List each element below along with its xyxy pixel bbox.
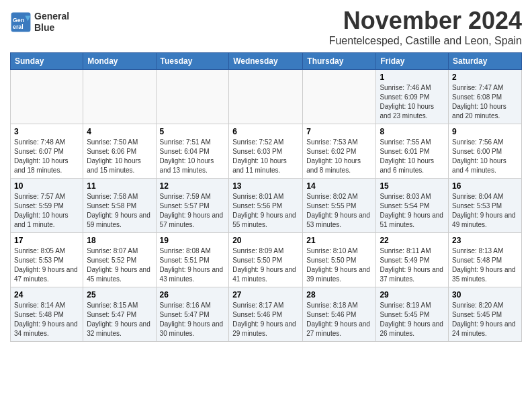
day-number: 13	[232, 181, 299, 191]
day-number: 25	[87, 290, 152, 300]
calendar-cell: 5Sunrise: 7:51 AM Sunset: 6:04 PM Daylig…	[156, 124, 229, 179]
day-number: 6	[232, 127, 299, 136]
calendar-cell	[229, 70, 303, 124]
day-info: Sunrise: 8:17 AM Sunset: 5:46 PM Dayligh…	[232, 301, 299, 338]
day-number: 11	[87, 181, 152, 191]
day-number: 19	[160, 236, 226, 245]
day-number: 20	[232, 236, 299, 245]
day-info: Sunrise: 8:18 AM Sunset: 5:46 PM Dayligh…	[306, 301, 372, 338]
calendar-cell: 10Sunrise: 7:57 AM Sunset: 5:59 PM Dayli…	[11, 179, 83, 233]
calendar-cell: 11Sunrise: 7:58 AM Sunset: 5:58 PM Dayli…	[83, 179, 156, 233]
weekday-header: Thursday	[303, 53, 376, 70]
svg-text:Gen: Gen	[13, 17, 24, 24]
calendar-cell	[11, 70, 83, 124]
calendar-cell: 25Sunrise: 8:15 AM Sunset: 5:47 PM Dayli…	[83, 287, 156, 342]
day-number: 23	[452, 236, 518, 245]
calendar-week-row: 3Sunrise: 7:48 AM Sunset: 6:07 PM Daylig…	[11, 124, 522, 179]
day-number: 21	[306, 236, 372, 245]
day-info: Sunrise: 7:51 AM Sunset: 6:04 PM Dayligh…	[160, 138, 226, 175]
day-info: Sunrise: 7:56 AM Sunset: 6:00 PM Dayligh…	[452, 138, 518, 175]
day-number: 17	[14, 236, 79, 245]
day-info: Sunrise: 8:19 AM Sunset: 5:45 PM Dayligh…	[380, 301, 445, 338]
day-info: Sunrise: 8:03 AM Sunset: 5:54 PM Dayligh…	[380, 192, 445, 230]
day-info: Sunrise: 8:04 AM Sunset: 5:53 PM Dayligh…	[452, 192, 518, 230]
weekday-header: Sunday	[11, 53, 83, 70]
day-info: Sunrise: 7:48 AM Sunset: 6:07 PM Dayligh…	[14, 138, 79, 175]
day-info: Sunrise: 7:50 AM Sunset: 6:06 PM Dayligh…	[87, 138, 152, 175]
calendar-week-row: 10Sunrise: 7:57 AM Sunset: 5:59 PM Dayli…	[11, 179, 522, 233]
calendar-cell: 15Sunrise: 8:03 AM Sunset: 5:54 PM Dayli…	[376, 179, 449, 233]
day-number: 30	[452, 290, 518, 300]
day-number: 16	[452, 181, 518, 191]
calendar-cell: 13Sunrise: 8:01 AM Sunset: 5:56 PM Dayli…	[229, 179, 303, 233]
day-number: 9	[452, 127, 518, 136]
calendar-cell: 8Sunrise: 7:55 AM Sunset: 6:01 PM Daylig…	[376, 124, 449, 179]
calendar-cell: 6Sunrise: 7:52 AM Sunset: 6:03 PM Daylig…	[229, 124, 303, 179]
day-number: 4	[87, 127, 152, 136]
month-title: November 2024	[329, 7, 522, 35]
day-number: 12	[160, 181, 226, 191]
page-header: Gen eral General Blue November 2024 Fuen…	[10, 7, 522, 47]
calendar-cell: 3Sunrise: 7:48 AM Sunset: 6:07 PM Daylig…	[11, 124, 83, 179]
day-info: Sunrise: 8:11 AM Sunset: 5:49 PM Dayligh…	[380, 246, 445, 284]
calendar-cell	[83, 70, 156, 124]
calendar-cell: 17Sunrise: 8:05 AM Sunset: 5:53 PM Dayli…	[11, 233, 83, 287]
calendar-cell: 16Sunrise: 8:04 AM Sunset: 5:53 PM Dayli…	[449, 179, 522, 233]
svg-text:eral: eral	[13, 24, 24, 30]
day-info: Sunrise: 8:07 AM Sunset: 5:52 PM Dayligh…	[87, 246, 152, 284]
day-number: 28	[306, 290, 372, 300]
calendar-table: SundayMondayTuesdayWednesdayThursdayFrid…	[10, 52, 522, 342]
calendar-cell: 30Sunrise: 8:20 AM Sunset: 5:45 PM Dayli…	[449, 287, 522, 342]
day-info: Sunrise: 7:57 AM Sunset: 5:59 PM Dayligh…	[14, 192, 79, 230]
calendar-cell: 21Sunrise: 8:10 AM Sunset: 5:50 PM Dayli…	[303, 233, 376, 287]
logo-line1: General	[34, 11, 69, 22]
day-number: 24	[14, 290, 79, 300]
day-number: 1	[380, 73, 445, 82]
calendar-cell: 7Sunrise: 7:53 AM Sunset: 6:02 PM Daylig…	[303, 124, 376, 179]
day-info: Sunrise: 8:10 AM Sunset: 5:50 PM Dayligh…	[306, 246, 372, 284]
calendar-cell: 22Sunrise: 8:11 AM Sunset: 5:49 PM Dayli…	[376, 233, 449, 287]
calendar-cell	[303, 70, 376, 124]
calendar-week-row: 17Sunrise: 8:05 AM Sunset: 5:53 PM Dayli…	[11, 233, 522, 287]
weekday-header: Monday	[83, 53, 156, 70]
day-info: Sunrise: 8:20 AM Sunset: 5:45 PM Dayligh…	[452, 301, 518, 338]
day-info: Sunrise: 7:52 AM Sunset: 6:03 PM Dayligh…	[232, 138, 299, 175]
calendar-week-row: 24Sunrise: 8:14 AM Sunset: 5:48 PM Dayli…	[11, 287, 522, 342]
calendar-cell: 24Sunrise: 8:14 AM Sunset: 5:48 PM Dayli…	[11, 287, 83, 342]
day-info: Sunrise: 8:15 AM Sunset: 5:47 PM Dayligh…	[87, 301, 152, 338]
day-info: Sunrise: 8:13 AM Sunset: 5:48 PM Dayligh…	[452, 246, 518, 284]
calendar-cell: 26Sunrise: 8:16 AM Sunset: 5:47 PM Dayli…	[156, 287, 229, 342]
calendar-cell: 14Sunrise: 8:02 AM Sunset: 5:55 PM Dayli…	[303, 179, 376, 233]
day-info: Sunrise: 7:47 AM Sunset: 6:08 PM Dayligh…	[452, 83, 518, 121]
calendar-cell: 4Sunrise: 7:50 AM Sunset: 6:06 PM Daylig…	[83, 124, 156, 179]
calendar-cell: 27Sunrise: 8:17 AM Sunset: 5:46 PM Dayli…	[229, 287, 303, 342]
day-number: 26	[160, 290, 226, 300]
day-info: Sunrise: 7:53 AM Sunset: 6:02 PM Dayligh…	[306, 138, 372, 175]
calendar-cell: 19Sunrise: 8:08 AM Sunset: 5:51 PM Dayli…	[156, 233, 229, 287]
day-info: Sunrise: 8:01 AM Sunset: 5:56 PM Dayligh…	[232, 192, 299, 230]
weekday-header: Friday	[376, 53, 449, 70]
day-info: Sunrise: 7:46 AM Sunset: 6:09 PM Dayligh…	[380, 83, 445, 121]
title-section: November 2024 Fuentelcesped, Castille an…	[329, 7, 522, 47]
location-title: Fuentelcesped, Castille and Leon, Spain	[329, 35, 522, 47]
day-number: 29	[380, 290, 445, 300]
calendar-cell: 1Sunrise: 7:46 AM Sunset: 6:09 PM Daylig…	[376, 70, 449, 124]
day-number: 5	[160, 127, 226, 136]
logo-icon: Gen eral	[10, 11, 32, 33]
day-number: 22	[380, 236, 445, 245]
calendar-cell: 18Sunrise: 8:07 AM Sunset: 5:52 PM Dayli…	[83, 233, 156, 287]
calendar-cell: 2Sunrise: 7:47 AM Sunset: 6:08 PM Daylig…	[449, 70, 522, 124]
day-info: Sunrise: 8:16 AM Sunset: 5:47 PM Dayligh…	[160, 301, 226, 338]
day-number: 3	[14, 127, 79, 136]
logo-line2: Blue	[34, 22, 69, 34]
day-info: Sunrise: 7:59 AM Sunset: 5:57 PM Dayligh…	[160, 192, 226, 230]
day-info: Sunrise: 7:58 AM Sunset: 5:58 PM Dayligh…	[87, 192, 152, 230]
weekday-header: Tuesday	[156, 53, 229, 70]
day-number: 8	[380, 127, 445, 136]
day-number: 10	[14, 181, 79, 191]
day-number: 15	[380, 181, 445, 191]
calendar-cell: 20Sunrise: 8:09 AM Sunset: 5:50 PM Dayli…	[229, 233, 303, 287]
calendar-cell: 12Sunrise: 7:59 AM Sunset: 5:57 PM Dayli…	[156, 179, 229, 233]
day-number: 27	[232, 290, 299, 300]
calendar-cell	[156, 70, 229, 124]
